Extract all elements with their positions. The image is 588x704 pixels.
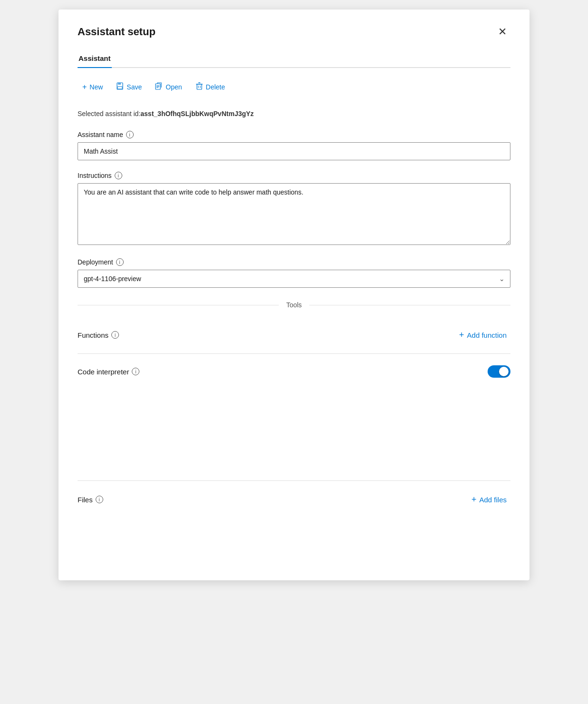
assistant-name-info-icon[interactable]: i (126, 131, 134, 138)
deployment-info-icon[interactable]: i (116, 258, 124, 266)
code-interpreter-row: Code interpreter i (78, 358, 510, 385)
open-button[interactable]: Open (150, 79, 186, 95)
close-icon: ✕ (498, 26, 507, 38)
deployment-select-wrapper: gpt-4-1106-preview gpt-4 gpt-3.5-turbo ⌄ (78, 270, 510, 288)
files-info-icon[interactable]: i (96, 496, 103, 503)
save-button[interactable]: Save (111, 79, 147, 95)
code-interpreter-toggle[interactable] (488, 365, 510, 378)
delete-icon (196, 82, 203, 92)
files-divider (78, 480, 510, 481)
deployment-field-group: Deployment i gpt-4-1106-preview gpt-4 gp… (78, 258, 510, 288)
tools-divider: Tools (78, 301, 510, 309)
files-label-group: Files i (78, 496, 103, 504)
tools-section-label: Tools (279, 301, 310, 309)
add-function-button[interactable]: + Add function (455, 328, 510, 342)
delete-label: Delete (206, 83, 225, 91)
deployment-label: Deployment i (78, 258, 510, 266)
add-function-label: Add function (467, 331, 507, 339)
files-label: Files (78, 496, 93, 504)
selected-assistant-id: Selected assistant id:asst_3hOfhqSLjbbKw… (78, 110, 510, 117)
delete-button[interactable]: Delete (191, 79, 230, 95)
dialog-title: Assistant setup (78, 26, 156, 38)
dialog-header: Assistant setup ✕ (78, 25, 510, 39)
functions-label-group: Functions i (78, 331, 119, 339)
open-icon (155, 82, 163, 92)
deployment-select[interactable]: gpt-4-1106-preview gpt-4 gpt-3.5-turbo (78, 270, 510, 288)
functions-row: Functions i + Add function (78, 320, 510, 350)
functions-info-icon[interactable]: i (111, 331, 119, 339)
add-files-plus-icon: + (471, 495, 477, 504)
save-icon (116, 82, 124, 92)
instructions-info-icon[interactable]: i (115, 172, 122, 179)
add-function-plus-icon: + (459, 331, 464, 339)
toggle-slider (488, 365, 510, 378)
instructions-label: Instructions i (78, 172, 510, 179)
code-interpreter-info-icon[interactable]: i (132, 368, 139, 375)
functions-divider (78, 353, 510, 354)
code-interpreter-label-group: Code interpreter i (78, 368, 139, 376)
add-files-label: Add files (479, 496, 507, 504)
save-label: Save (127, 83, 142, 91)
files-section: Files i + Add files (78, 480, 510, 514)
assistant-name-label: Assistant name i (78, 131, 510, 138)
svg-rect-1 (118, 83, 121, 85)
toolbar: + New Save (78, 79, 510, 95)
close-button[interactable]: ✕ (494, 25, 510, 39)
assistant-name-input[interactable] (78, 142, 510, 160)
tab-assistant[interactable]: Assistant (78, 50, 112, 68)
code-interpreter-label: Code interpreter (78, 368, 129, 376)
svg-rect-2 (118, 87, 122, 89)
svg-rect-7 (197, 84, 202, 89)
functions-label: Functions (78, 331, 108, 339)
files-row: Files i + Add files (78, 485, 510, 514)
new-icon: + (82, 83, 87, 91)
new-label: New (89, 83, 103, 91)
new-button[interactable]: + New (78, 80, 108, 94)
instructions-field-group: Instructions i You are an AI assistant t… (78, 172, 510, 247)
assistant-setup-dialog: Assistant setup ✕ Assistant + New Save (59, 10, 529, 580)
tab-bar: Assistant (78, 50, 510, 68)
assistant-name-field-group: Assistant name i (78, 131, 510, 160)
add-files-button[interactable]: + Add files (468, 492, 510, 507)
instructions-input[interactable]: You are an AI assistant that can write c… (78, 183, 510, 245)
open-label: Open (166, 83, 182, 91)
assistant-id-value: asst_3hOfhqSLjbbKwqPvNtmJ3gYz (140, 110, 254, 117)
